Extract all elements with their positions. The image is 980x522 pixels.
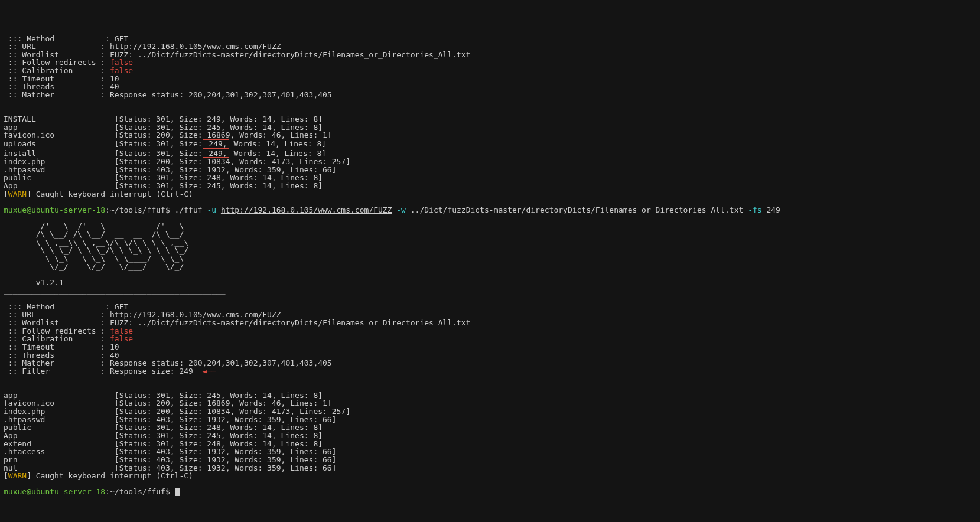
cmd-flag-fs: -fs — [748, 205, 766, 214]
result-row: uploads [Status: 301, Size: — [4, 139, 203, 148]
highlight-box: 249, — [203, 139, 229, 149]
rule: ________________________________________… — [4, 374, 226, 383]
cmd-wordlist: ../Dict/fuzzDicts-master/directoryDicts/… — [411, 205, 748, 214]
prompt-user: muxue@ubuntu-server-18 — [4, 487, 105, 496]
result-row: favicon.ico [Status: 200, Size: 16869, W… — [4, 130, 332, 139]
highlight-box: 249, — [203, 149, 229, 158]
cmd-url: http://192.168.0.105/www.cms.com/FUZZ — [221, 205, 392, 214]
rule: ________________________________________… — [4, 286, 226, 295]
result-row: Words: 14, Lines: 8] — [229, 149, 326, 158]
prompt-path: :~/tools/ffuf — [105, 205, 165, 214]
rule: ________________________________________… — [4, 99, 226, 107]
result-row: Words: 14, Lines: 8] — [229, 139, 326, 148]
cmd-flag-w: -w — [392, 205, 410, 214]
result-row: install [Status: 301, Size: — [4, 149, 203, 158]
cmd-flag-u: -u — [207, 205, 220, 214]
arrow-icon: ◄── — [193, 367, 216, 376]
warn-bracket: [ — [4, 471, 8, 480]
cmd-fsnum: 249 — [766, 205, 780, 214]
warn-bracket: [ — [4, 190, 8, 198]
warn-word: WARN — [8, 471, 27, 480]
cursor-icon[interactable] — [175, 488, 180, 496]
prompt-dollar: $ — [165, 205, 175, 214]
prompt-user: muxue@ubuntu-server-18 — [4, 205, 105, 214]
prompt-dollar: $ — [165, 487, 175, 496]
terminal[interactable]: ::: Method : GET :: URL : http://192.168… — [0, 32, 980, 522]
warn-word: WARN — [8, 190, 27, 198]
prompt-path: :~/tools/ffuf — [105, 487, 165, 496]
ascii-art: \/_/ \/_/ \/___/ \/_/ — [4, 262, 216, 271]
cmd-bin: ./ffuf — [175, 205, 207, 214]
warn-msg: ] Caught keyboard interrupt (Ctrl-C) — [27, 471, 193, 480]
warn-msg: ] Caught keyboard interrupt (Ctrl-C) — [27, 190, 193, 198]
